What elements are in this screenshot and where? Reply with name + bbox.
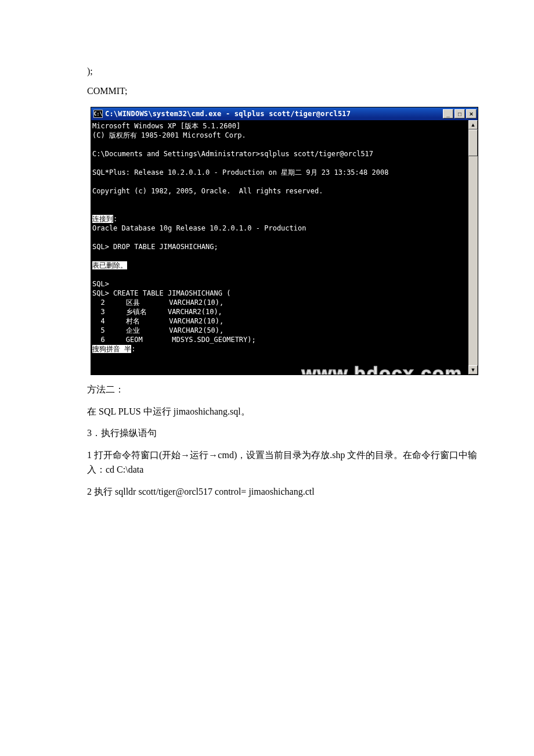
terminal-window: C:\ C:\WINDOWS\system32\cmd.exe - sqlplu…	[91, 107, 478, 375]
scrollbar[interactable]: ▲ ▼	[468, 120, 478, 375]
document-content: ); COMMIT; C:\ C:\WINDOWS\system32\cmd.e…	[0, 0, 534, 499]
scrollbar-thumb[interactable]	[468, 129, 478, 156]
minimize-button[interactable]: _	[443, 109, 453, 118]
code-paren: );	[87, 66, 489, 77]
close-button[interactable]: ×	[466, 109, 477, 118]
window-controls: _ □ ×	[443, 109, 477, 118]
para-run-sql: 在 SQL PLUS 中运行 jimaoshichang.sql。	[87, 404, 489, 419]
para-step3: 3．执行操纵语句	[87, 426, 489, 441]
scroll-up-button[interactable]: ▲	[468, 120, 478, 129]
maximize-button[interactable]: □	[454, 109, 465, 118]
highlight-connected: 连接到	[92, 215, 113, 223]
para-sqlldr: 2 执行 sqlldr scott/tiger@orcl517 control=…	[87, 484, 489, 499]
terminal-titlebar[interactable]: C:\ C:\WINDOWS\system32\cmd.exe - sqlplu…	[91, 107, 478, 120]
scrollbar-track[interactable]	[468, 129, 478, 365]
highlight-ime: 搜狗拼音 半	[92, 345, 131, 353]
code-commit: COMMIT;	[87, 86, 489, 96]
watermark: www.bdocx.com	[302, 369, 463, 375]
para-cd: 1 打开命令符窗口(开始→运行→cmd)，设置当前目录为存放.shp 文件的目录…	[87, 448, 489, 477]
window-title: C:\WINDOWS\system32\cmd.exe - sqlplus sc…	[105, 110, 351, 118]
terminal-body[interactable]: Microsoft Windows XP [版本 5.1.2600] (C) 版…	[91, 120, 468, 375]
titlebar-left: C:\ C:\WINDOWS\system32\cmd.exe - sqlplu…	[93, 110, 351, 118]
cmd-icon: C:\	[93, 110, 103, 118]
scroll-down-button[interactable]: ▼	[468, 365, 478, 375]
para-method2: 方法二：	[87, 382, 489, 397]
terminal-body-wrap: Microsoft Windows XP [版本 5.1.2600] (C) 版…	[91, 120, 478, 375]
highlight-dropped: 表已删除。	[92, 261, 127, 269]
